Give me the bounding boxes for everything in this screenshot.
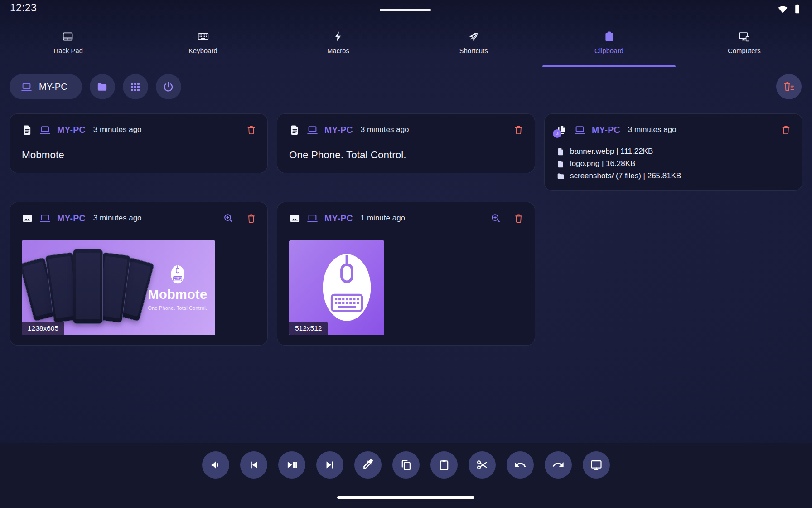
clipboard-history-grid: MY-PC 3 minutes ago Mobmote [10, 113, 802, 346]
file-icon [556, 147, 565, 156]
text-snippet-icon [289, 124, 300, 136]
skip-previous-icon [247, 459, 260, 471]
grid-icon [129, 81, 141, 93]
play-pause-button[interactable] [278, 451, 305, 479]
trash-icon [513, 125, 524, 135]
image-icon [289, 213, 300, 224]
tab-shortcuts[interactable]: Shortcuts [406, 24, 541, 66]
file-row[interactable]: banner.webp | 111.22KB [556, 147, 791, 156]
preview-image-button[interactable] [223, 213, 234, 224]
monitor-button[interactable] [583, 451, 610, 479]
card-header: MY-PC 3 minutes ago [289, 123, 524, 137]
file-row[interactable]: logo.png | 16.28KB [556, 159, 791, 168]
clear-clipboard-button[interactable] [776, 74, 802, 99]
status-time: 12:23 [10, 2, 37, 14]
color-picker-button[interactable] [354, 451, 382, 479]
banner-title: Mobmote [148, 287, 208, 302]
device-name: MY-PC [592, 125, 620, 135]
delete-item-button[interactable] [513, 125, 524, 135]
clipboard-card-files[interactable]: 3 MY-PC 3 minutes ago [544, 113, 802, 191]
scissors-icon [476, 459, 488, 471]
card-header: MY-PC 3 minutes ago [22, 211, 256, 225]
trash-icon [246, 125, 256, 135]
image-thumbnail-banner[interactable]: Mobmote One Phone. Total Control. 1238x6… [22, 240, 215, 335]
volume-button[interactable] [202, 451, 229, 479]
status-icons [777, 3, 803, 15]
undo-button[interactable] [507, 451, 534, 479]
device-name: MY-PC [57, 213, 86, 224]
trash-icon [246, 213, 256, 224]
card-header: MY-PC 3 minutes ago [22, 123, 256, 137]
device-name: MY-PC [57, 125, 86, 135]
preview-image-button[interactable] [490, 213, 501, 224]
bottom-control-bar [0, 443, 812, 508]
computers-icon [738, 30, 750, 43]
clipboard-card-image[interactable]: MY-PC 1 minute ago [277, 202, 535, 346]
keyboard-icon [197, 30, 209, 43]
redo-button[interactable] [545, 451, 572, 479]
tab-track-pad[interactable]: Track Pad [0, 24, 135, 66]
files-stack-icon: 3 [556, 124, 568, 136]
copy-button[interactable] [392, 451, 420, 479]
tab-computers[interactable]: Computers [677, 24, 812, 66]
paste-button[interactable] [430, 451, 458, 479]
device-filter-chip[interactable]: MY-PC [10, 74, 82, 99]
apps-grid-button[interactable] [123, 74, 148, 99]
tab-clipboard[interactable]: Clipboard [541, 24, 677, 66]
device-name: MY-PC [324, 125, 353, 135]
paste-clipboard-icon [438, 459, 450, 471]
delete-sweep-icon [783, 81, 795, 93]
clipboard-card-text[interactable]: MY-PC 3 minutes ago One Phone. Total Con… [277, 113, 535, 173]
monitor-icon [590, 459, 603, 471]
folder-icon [556, 172, 565, 181]
delete-item-button[interactable] [513, 213, 524, 224]
delete-item-button[interactable] [781, 125, 791, 135]
clipboard-icon [603, 30, 615, 43]
skip-previous-button[interactable] [240, 451, 267, 479]
trash-icon [781, 125, 791, 135]
card-header: MY-PC 1 minute ago [289, 211, 524, 225]
gesture-navigation-bar[interactable] [337, 496, 474, 499]
file-label: banner.webp | 111.22KB [570, 147, 653, 156]
image-dimensions-badge: 1238x605 [22, 322, 64, 335]
image-thumbnail-logo[interactable]: 512x512 [289, 240, 384, 335]
text-snippet-icon [22, 124, 33, 136]
timestamp: 3 minutes ago [361, 125, 409, 134]
eyedropper-icon [362, 459, 374, 471]
send-files-button[interactable] [90, 74, 115, 99]
file-row[interactable]: screenshots/ (7 files) | 265.81KB [556, 171, 791, 181]
file-list: banner.webp | 111.22KB logo.png | 16.28K… [556, 147, 791, 181]
card-header: 3 MY-PC 3 minutes ago [556, 123, 791, 137]
clipboard-text-content: One Phone. Total Control. [289, 149, 524, 161]
tab-label: Macros [327, 47, 349, 54]
delete-item-button[interactable] [246, 213, 256, 224]
power-button[interactable] [156, 74, 181, 99]
laptop-icon [306, 212, 319, 225]
device-chip-label: MY-PC [39, 82, 68, 92]
clipboard-card-image[interactable]: MY-PC 3 minutes ago [10, 202, 268, 346]
rocket-icon [468, 30, 480, 43]
skip-next-button[interactable] [316, 451, 343, 479]
zoom-in-icon [223, 213, 234, 224]
tab-label: Shortcuts [459, 47, 488, 54]
wifi-icon [777, 3, 788, 15]
mouse-logo-icon [321, 253, 373, 322]
trackpad-icon [62, 30, 74, 43]
clipboard-toolbar: MY-PC [10, 74, 802, 99]
image-icon [22, 213, 33, 224]
laptop-icon [306, 124, 319, 136]
clipboard-text-content: Mobmote [22, 149, 256, 161]
zoom-in-icon [490, 213, 501, 224]
delete-item-button[interactable] [246, 125, 256, 135]
laptop-icon [39, 212, 51, 225]
tab-keyboard[interactable]: Keyboard [135, 24, 271, 66]
skip-next-icon [324, 459, 336, 471]
phone-mockup [73, 249, 103, 324]
camera-notch-handle [380, 9, 431, 11]
tab-macros[interactable]: Macros [271, 24, 406, 66]
mouse-logo-icon [170, 265, 185, 284]
tab-bar: Track Pad Keyboard Macros Shortcuts Clip… [0, 24, 812, 66]
clipboard-card-text[interactable]: MY-PC 3 minutes ago Mobmote [10, 113, 268, 173]
cut-button[interactable] [469, 451, 496, 479]
image-dimensions-badge: 512x512 [289, 322, 328, 335]
